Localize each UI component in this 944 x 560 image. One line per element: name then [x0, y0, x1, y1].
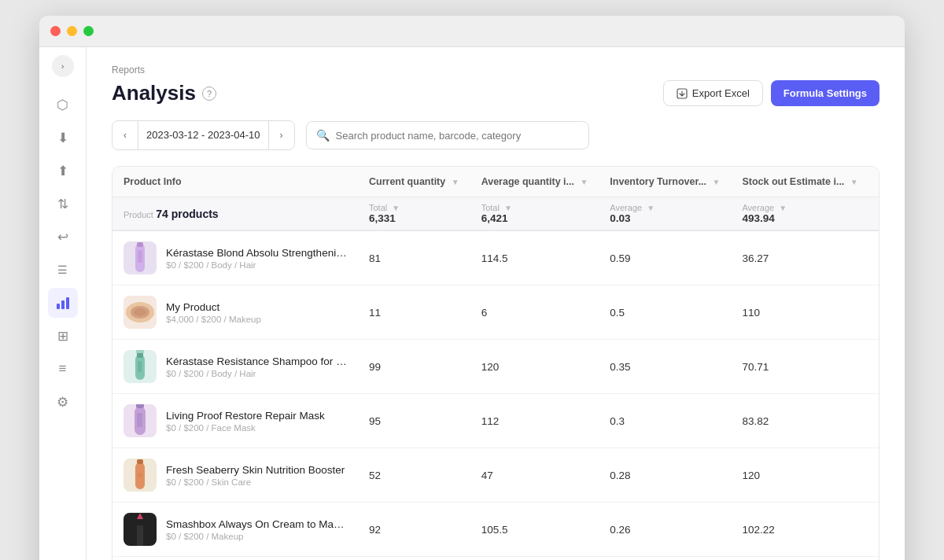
svg-rect-5 — [137, 242, 143, 247]
maximize-button[interactable] — [83, 26, 94, 36]
summary-avg-qty: Total ▼ 6,421 — [470, 197, 599, 231]
page-title-row: Analysis ? — [112, 81, 216, 105]
product-info-5: Smashbox Always On Cream to Matte Li... … — [166, 518, 347, 541]
export-excel-button[interactable]: Export Excel — [663, 80, 763, 106]
titlebar — [39, 16, 905, 47]
svg-rect-16 — [137, 413, 142, 427]
sort-icon[interactable]: ▼ — [452, 178, 459, 186]
product-info-1: My Product $4,000 / $200 / Makeup — [166, 301, 261, 324]
sort-icon-inventory[interactable]: ▼ — [713, 178, 721, 186]
product-info-4: Fresh Seaberry Skin Nutrition Booster $0… — [166, 464, 345, 487]
help-icon[interactable]: ? — [202, 87, 216, 101]
summary-inventory: Average ▼ 0.03 — [599, 197, 731, 231]
sidebar-item-analytics[interactable] — [48, 288, 78, 318]
total-stockin-1: 13 — [869, 286, 879, 340]
svg-rect-13 — [136, 350, 144, 353]
data-table: Product Info Current quantity ▼ Average … — [112, 166, 879, 560]
svg-marker-22 — [137, 513, 143, 519]
col-product-header: Product Info — [112, 167, 358, 197]
current-qty-5: 92 — [358, 503, 470, 557]
header-actions: Export Excel Formula Settings — [663, 80, 879, 106]
product-image-2 — [124, 350, 157, 383]
formula-settings-button[interactable]: Formula Settings — [771, 80, 879, 106]
product-cell-5: Smashbox Always On Cream to Matte Li... … — [112, 503, 358, 557]
sidebar-item-returns[interactable]: ↩ — [48, 222, 78, 252]
col-avg-qty-header: Average quantity i... ▼ — [470, 167, 599, 197]
breadcrumb: Reports — [112, 64, 879, 76]
sidebar-toggle[interactable]: › — [52, 55, 74, 77]
total-stockin-5: 0 — [869, 503, 879, 557]
sidebar-item-settings[interactable]: ⚙ — [48, 387, 78, 417]
table-row: My Product $4,000 / $200 / Makeup 11 6 0… — [112, 286, 879, 340]
sort-icon-avg[interactable]: ▼ — [580, 178, 588, 186]
current-qty-4: 52 — [358, 448, 470, 503]
stockout-estimate-4: 120 — [731, 448, 868, 503]
svg-rect-2 — [66, 297, 69, 309]
minimize-button[interactable] — [67, 26, 77, 36]
stockout-estimate-6: 105.79 — [731, 557, 868, 561]
summary-product-cell: Product 74 products — [112, 197, 358, 231]
date-picker[interactable]: ‹ 2023-03-12 - 2023-04-10 › — [112, 120, 295, 150]
page-header: Analysis ? Export Excel — [112, 80, 879, 106]
col-stockout-header: Stock out Estimate i... ▼ — [731, 167, 868, 197]
svg-rect-12 — [138, 361, 142, 372]
svg-rect-21 — [136, 519, 144, 525]
svg-rect-0 — [57, 304, 60, 309]
svg-rect-6 — [138, 250, 142, 263]
product-info-0: Kérastase Blond Absolu Strengthening ...… — [166, 247, 347, 270]
date-next-button[interactable]: › — [269, 121, 294, 149]
stockout-estimate-3: 83.82 — [731, 394, 868, 448]
current-qty-2: 99 — [358, 340, 470, 394]
summary-total-stockin: Total ▼ 253 — [869, 197, 879, 231]
product-info-3: Living Proof Restore Repair Mask $0 / $2… — [166, 410, 325, 433]
sidebar-item-list[interactable]: ≡ — [48, 354, 78, 384]
total-stockin-4: 23 — [869, 448, 879, 503]
summary-stockout: Average ▼ 493.94 — [731, 197, 868, 231]
svg-point-19 — [138, 473, 142, 477]
avg-qty-5: 105.5 — [470, 503, 599, 557]
svg-rect-15 — [136, 404, 144, 408]
current-qty-0: 81 — [358, 230, 470, 286]
product-image-3 — [124, 404, 157, 437]
stockout-estimate-1: 110 — [731, 286, 868, 340]
toolbar-row: ‹ 2023-03-12 - 2023-04-10 › 🔍 — [112, 120, 879, 150]
stockout-estimate-0: 36.27 — [731, 230, 868, 286]
sidebar: › ⬡ ⬇ ⬆ ⇅ ↩ ☰ ⊞ ≡ ⚙ — [39, 47, 87, 560]
date-range-value: 2023-03-12 - 2023-04-10 — [138, 121, 269, 149]
search-box[interactable]: 🔍 — [306, 121, 589, 149]
sidebar-item-grid[interactable]: ⊞ — [48, 321, 78, 351]
sidebar-item-orders[interactable]: ☰ — [48, 255, 78, 285]
main-content: Reports Analysis ? — [87, 47, 905, 560]
avg-qty-6: 76.5 — [470, 557, 599, 561]
sidebar-item-store[interactable]: ⬡ — [48, 90, 78, 120]
avg-qty-1: 6 — [470, 286, 599, 340]
sidebar-item-transfer[interactable]: ⇅ — [48, 189, 78, 219]
sort-icon-stockout[interactable]: ▼ — [850, 178, 858, 186]
date-prev-button[interactable]: ‹ — [112, 121, 138, 149]
total-stockin-6: 0 — [869, 557, 879, 561]
inventory-turnover-2: 0.35 — [599, 340, 731, 394]
svg-rect-18 — [137, 459, 143, 464]
total-stockin-2: 0 — [869, 340, 879, 394]
avg-qty-3: 112 — [470, 394, 599, 448]
table-header-row: Product Info Current quantity ▼ Average … — [112, 167, 879, 197]
stockout-estimate-5: 102.22 — [731, 503, 868, 557]
table-row: Kérastase Blond Absolu Strengthening ...… — [112, 230, 879, 286]
product-image-4 — [124, 459, 157, 492]
inventory-turnover-4: 0.28 — [599, 448, 731, 503]
inventory-turnover-0: 0.59 — [599, 230, 731, 286]
current-qty-1: 11 — [358, 286, 470, 340]
export-icon — [677, 88, 688, 99]
product-cell-3: Living Proof Restore Repair Mask $0 / $2… — [112, 394, 358, 448]
product-image-1 — [124, 296, 157, 329]
close-button[interactable] — [50, 26, 61, 36]
svg-rect-20 — [137, 522, 143, 546]
col-inventory-header: Inventory Turnover... ▼ — [599, 167, 731, 197]
svg-point-9 — [134, 308, 146, 316]
inventory-turnover-3: 0.3 — [599, 394, 731, 448]
product-image-5 — [124, 513, 157, 546]
sidebar-item-import[interactable]: ⬇ — [48, 123, 78, 153]
sidebar-item-export[interactable]: ⬆ — [48, 156, 78, 186]
search-input[interactable] — [336, 130, 579, 142]
product-cell-6: Guerlain Abeille Royale Daily Repair Ser… — [112, 557, 358, 561]
